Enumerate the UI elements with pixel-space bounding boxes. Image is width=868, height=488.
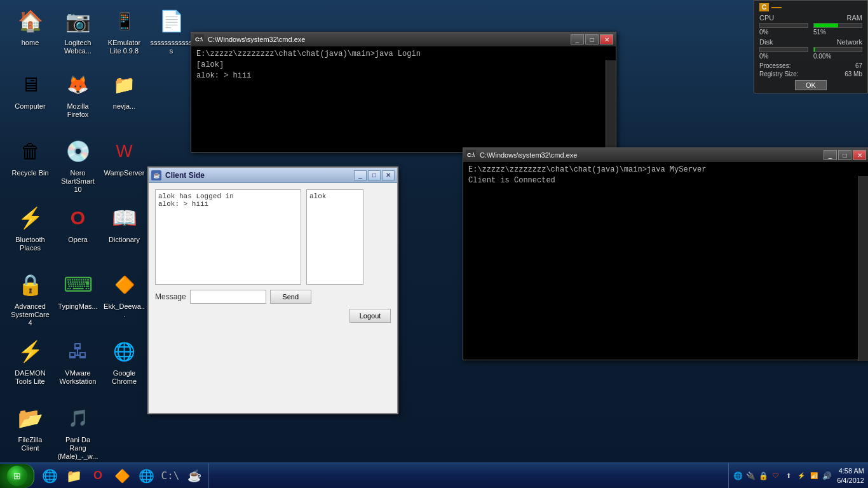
- cpu-pct: 0%: [759, 29, 768, 36]
- desktop-icon-filezilla[interactable]: 📂 FileZilla Client: [6, 400, 54, 455]
- desktop-icon-chrome[interactable]: 🌐 Google Chrome: [100, 334, 148, 388]
- ram-bar: [813, 23, 862, 28]
- chrome-icon: 🌐: [109, 336, 140, 367]
- tray-security-icon[interactable]: 🔒: [758, 471, 768, 481]
- sys-bars-1: 0% 51%: [759, 23, 862, 36]
- taskbar-vlc-icon[interactable]: 🔶: [111, 466, 133, 486]
- cpu-bar-container: 0%: [759, 23, 808, 36]
- taskbar-cmd-icon[interactable]: C:\: [159, 466, 182, 486]
- desktop-icon-kemulator[interactable]: 📱 KEmulator Lite 0.9.8: [100, 3, 148, 58]
- desktop-icon-computer[interactable]: 🖥 Computer: [6, 67, 54, 113]
- desktop-icon-typing[interactable]: ⌨ TypingMas...: [54, 267, 102, 313]
- logitech-icon: 📷: [63, 6, 93, 36]
- desktop-icon-vmware[interactable]: 🖧 VMware Workstation: [54, 334, 102, 388]
- disk-label: Disk: [759, 38, 773, 46]
- tray-antivirus-icon[interactable]: 🛡: [771, 471, 781, 481]
- computer-icon: 🖥: [15, 69, 46, 100]
- client-body: alok has Logged in alok: > hiii alok Mes…: [149, 183, 397, 329]
- sys-monitor-header: C: [759, 3, 862, 11]
- cmd-close-1[interactable]: ✕: [600, 34, 613, 44]
- desktop-icon-opera[interactable]: O Opera: [54, 200, 102, 247]
- tray-sound-icon[interactable]: 🔊: [822, 471, 832, 481]
- desktop-icon-ekk[interactable]: 🔶 Ekk_Deewa...: [100, 267, 148, 322]
- send-button[interactable]: Send: [270, 290, 311, 304]
- client-window[interactable]: ☕ Client Side _ □ ✕ alok has Logged in a…: [147, 166, 398, 414]
- cmd-titlebar-2: C:\ C:\Windows\system32\cmd.exe _ □ ✕: [463, 148, 868, 162]
- chat-area[interactable]: alok has Logged in alok: > hiii: [155, 189, 301, 285]
- cmd-icon-2: C:\: [466, 150, 476, 160]
- desktop-icon-dictionary[interactable]: 📖 Dictionary: [100, 200, 148, 247]
- cmd-window-2[interactable]: C:\ C:\Windows\system32\cmd.exe _ □ ✕ E:…: [463, 147, 868, 360]
- desktop-icon-home[interactable]: 🏠 home: [6, 3, 54, 50]
- cmd-window-1[interactable]: C:\ C:\Windows\system32\cmd.exe _ □ ✕ E:…: [191, 32, 616, 152]
- cmd-content-1: E:\zzzzz\zzzzzzzz\chat\chat(java)\main>j…: [191, 46, 606, 83]
- sys-disk-net-labels: Disk Network: [759, 38, 862, 46]
- taskbar-opera-icon[interactable]: O: [86, 466, 109, 486]
- logout-button[interactable]: Logout: [349, 309, 391, 323]
- taskbar-chrome-icon[interactable]: 🌐: [135, 466, 158, 486]
- filezilla-icon: 📂: [15, 403, 46, 433]
- sys-ok-button[interactable]: OK: [795, 80, 827, 90]
- desktop-icon-advanced[interactable]: 🔒 Advanced SystemCare 4: [6, 267, 54, 330]
- cpu-bar: [759, 23, 808, 28]
- daemon-icon: ⚡: [15, 336, 46, 367]
- client-maximize[interactable]: □: [368, 170, 381, 180]
- desktop-icon-daemon[interactable]: ⚡ DAEMON Tools Lite: [6, 334, 54, 388]
- desktop-icon-pani[interactable]: 🎵 Pani Da Rang (Male)_-_w...: [54, 400, 102, 464]
- tray-network-icon[interactable]: 📶: [809, 471, 819, 481]
- tray-bluetooth-icon[interactable]: ⚡: [796, 471, 806, 481]
- message-input[interactable]: [190, 290, 266, 304]
- tray-plug-icon[interactable]: 🔌: [745, 471, 756, 481]
- home-icon: 🏠: [15, 6, 46, 36]
- taskbar-quicklaunch: 🌐 📁 O 🔶 🌐 C:\ ☕: [36, 463, 209, 488]
- client-close[interactable]: ✕: [382, 170, 395, 180]
- desktop-icon-nero[interactable]: 💿 Nero StartSmart 10: [54, 133, 102, 197]
- cmd-minimize-2[interactable]: _: [824, 150, 837, 160]
- cmd-minimize-1[interactable]: _: [571, 34, 584, 44]
- tray-globe-icon[interactable]: 🌐: [733, 471, 743, 481]
- sys-bar-indicator: [771, 7, 782, 8]
- firefox-icon: 🦊: [63, 69, 93, 100]
- disk-bar-container: 0%: [759, 47, 808, 60]
- nevja-icon: 📁: [109, 69, 140, 100]
- kemulator-label: KEmulator Lite 0.9.8: [103, 39, 146, 55]
- users-area: alok: [306, 189, 363, 285]
- cmd-close-2[interactable]: ✕: [853, 150, 866, 160]
- taskbar-folder-icon[interactable]: 📁: [62, 466, 85, 486]
- client-minimize[interactable]: _: [354, 170, 367, 180]
- cmd-scrollbar-1[interactable]: [606, 60, 616, 153]
- daemon-label: DAEMON Tools Lite: [9, 369, 51, 386]
- net-bar: [813, 47, 862, 52]
- cmd-scrollbar-2[interactable]: [858, 176, 868, 361]
- tray-date: 6/4/2012: [837, 476, 864, 485]
- ram-pct: 51%: [813, 29, 826, 36]
- desktop-icon-sssss[interactable]: 📄 sssssssssssss: [147, 3, 195, 58]
- desktop-icon-logitech[interactable]: 📷 Logitech Webca...: [54, 3, 102, 58]
- start-button[interactable]: [0, 464, 34, 488]
- desktop-icon-recycle[interactable]: 🗑 Recycle Bin: [6, 133, 54, 180]
- net-bar-container: 0.00%: [813, 47, 862, 60]
- cmd-title-2: C:\Windows\system32\cmd.exe: [480, 151, 822, 159]
- users-content: alok: [309, 193, 326, 200]
- taskbar-java-icon[interactable]: ☕: [183, 466, 206, 486]
- desktop-icon-firefox[interactable]: 🦊 Mozilla Firefox: [54, 67, 102, 121]
- tray-clock[interactable]: 4:58 AM 6/4/2012: [834, 466, 864, 485]
- firefox-label: Mozilla Firefox: [57, 102, 99, 119]
- opera-icon: O: [63, 203, 93, 233]
- desktop-icon-wamp[interactable]: W WampServer: [100, 133, 148, 180]
- chat-content: alok has Logged in alok: > hiii: [158, 193, 234, 208]
- tray-update-icon[interactable]: ⬆: [783, 471, 794, 481]
- disk-pct: 0%: [759, 53, 768, 60]
- start-orb: [7, 466, 27, 486]
- cmd-maximize-2[interactable]: □: [838, 150, 851, 160]
- filezilla-label: FileZilla Client: [9, 436, 51, 452]
- cmd-maximize-1[interactable]: □: [585, 34, 599, 44]
- desktop-icon-bluetooth[interactable]: ⚡ Bluetooth Places: [6, 200, 54, 255]
- sys-detail: Processes: 67: [759, 62, 862, 69]
- cmd-titlebar-1: C:\ C:\Windows\system32\cmd.exe _ □ ✕: [191, 32, 616, 46]
- vmware-icon: 🖧: [63, 336, 93, 367]
- taskbar-ie-icon[interactable]: 🌐: [38, 466, 61, 486]
- desktop-icon-nevja[interactable]: 📁 nevja...: [100, 67, 148, 113]
- opera-label: Opera: [68, 236, 88, 244]
- typing-icon: ⌨: [63, 269, 93, 300]
